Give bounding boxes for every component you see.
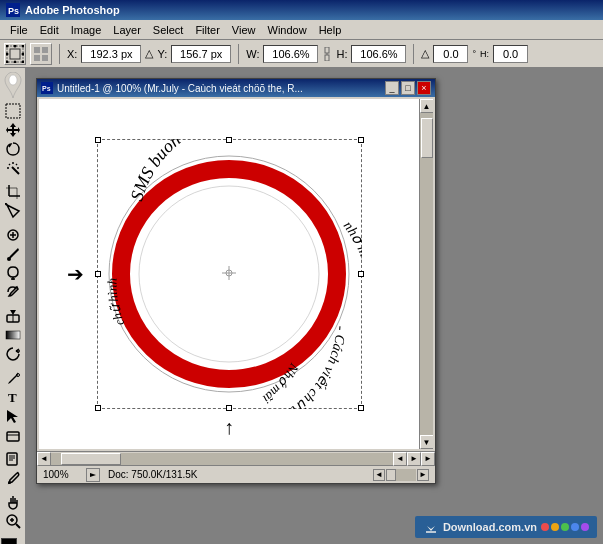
scroll-thumb-h[interactable] — [61, 453, 121, 465]
skew-input[interactable] — [493, 45, 528, 63]
dot-blue — [571, 523, 579, 531]
x-input[interactable] — [81, 45, 141, 63]
slice-tool[interactable] — [2, 202, 24, 220]
eyedropper-tool[interactable] — [2, 469, 24, 487]
svg-text:Ps: Ps — [8, 6, 19, 16]
clone-stamp-tool[interactable] — [2, 264, 24, 282]
gradient-tool[interactable] — [2, 326, 24, 344]
angle-input[interactable] — [433, 45, 468, 63]
color-dots — [541, 523, 589, 531]
canvas-wrapper: ➔ ↑ — [37, 99, 435, 483]
svg-point-10 — [14, 60, 17, 63]
w-input[interactable] — [263, 45, 318, 63]
dot-orange — [551, 523, 559, 531]
marquee-tool[interactable] — [2, 102, 24, 120]
svg-point-5 — [14, 45, 17, 48]
doc-window-controls: _ □ × — [385, 81, 431, 95]
menu-help[interactable]: Help — [313, 22, 348, 38]
spot-heal-tool[interactable] — [2, 226, 24, 244]
y-input[interactable] — [171, 45, 231, 63]
doc-minimize-btn[interactable]: _ — [385, 81, 399, 95]
scroll-right-prev-btn[interactable]: ◄ — [393, 452, 407, 466]
path-select-tool[interactable] — [2, 407, 24, 425]
nav-thumb[interactable] — [386, 469, 396, 481]
h-input[interactable] — [351, 45, 406, 63]
scroll-h-controls: ◄ ► ► — [393, 452, 435, 466]
workspace: Ps Untitled-1 @ 100% (Mr.July - Caùch vi… — [26, 68, 603, 544]
doc-close-btn[interactable]: × — [417, 81, 431, 95]
scroll-down-btn[interactable]: ▼ — [420, 435, 434, 449]
zoom-indicator-btn[interactable] — [86, 468, 100, 482]
svg-point-74 — [139, 186, 319, 362]
nav-track[interactable] — [386, 469, 416, 481]
svg-point-6 — [22, 45, 25, 48]
menu-view[interactable]: View — [226, 22, 262, 38]
svg-point-8 — [22, 52, 25, 55]
magic-wand-tool[interactable] — [2, 159, 24, 177]
foreground-color[interactable] — [1, 538, 17, 544]
menu-file[interactable]: File — [4, 22, 34, 38]
history-brush-tool[interactable] — [2, 283, 24, 301]
delta-icon: △ — [145, 47, 153, 60]
options-divider-1 — [59, 44, 60, 64]
h-letter: H: — [480, 49, 489, 59]
svg-rect-42 — [6, 331, 20, 339]
circular-text-svg: SMS buon vơi nhớ mãi Nhớ mãi — [97, 139, 362, 409]
lasso-tool[interactable] — [2, 140, 24, 158]
nav-left-btn[interactable]: ◄ — [373, 469, 385, 481]
menu-bar: File Edit Image Layer Select Filter View… — [0, 20, 603, 40]
blur-tool[interactable] — [2, 345, 24, 363]
type-tool[interactable]: T — [2, 388, 24, 406]
eraser-tool[interactable] — [2, 307, 24, 325]
svg-rect-49 — [7, 432, 19, 441]
svg-marker-81 — [427, 521, 435, 531]
svg-rect-15 — [42, 55, 48, 61]
hand-tool[interactable] — [2, 493, 24, 511]
scroll-thumb-v[interactable] — [421, 118, 433, 158]
bottom-arrow: ↑ — [224, 416, 234, 439]
scroll-up-btn[interactable]: ▲ — [420, 99, 434, 113]
zoom-tool[interactable] — [2, 512, 24, 530]
document-window: Ps Untitled-1 @ 100% (Mr.July - Caùch vi… — [36, 78, 436, 484]
menu-image[interactable]: Image — [65, 22, 108, 38]
scroll-track-h[interactable] — [51, 453, 393, 465]
canvas-content: ➔ ↑ — [39, 99, 419, 449]
menu-window[interactable]: Window — [262, 22, 313, 38]
vertical-scrollbar[interactable]: ▲ ▼ — [419, 99, 433, 449]
link-icon — [322, 47, 332, 61]
dot-red — [541, 523, 549, 531]
main-area: T — [0, 68, 603, 544]
doc-title-area: Ps Untitled-1 @ 100% (Mr.July - Caùch vi… — [41, 82, 303, 94]
menu-filter[interactable]: Filter — [189, 22, 225, 38]
color-swatches[interactable] — [1, 538, 25, 544]
svg-point-11 — [22, 60, 25, 63]
move-tool[interactable] — [2, 121, 24, 139]
notes-tool[interactable] — [2, 450, 24, 468]
scroll-left-btn[interactable]: ◄ — [37, 452, 51, 466]
svg-rect-12 — [34, 47, 40, 53]
menu-select[interactable]: Select — [147, 22, 190, 38]
scroll-right-btn[interactable]: ► — [421, 452, 435, 466]
transform-mode-icon[interactable] — [30, 43, 52, 65]
brush-tool[interactable] — [2, 245, 24, 263]
crop-tool[interactable] — [2, 183, 24, 201]
svg-point-36 — [7, 257, 11, 261]
app-title-bar: Ps Adobe Photoshop — [0, 0, 603, 20]
svg-point-73 — [121, 169, 337, 379]
scroll-right-next-btn[interactable]: ► — [407, 452, 421, 466]
doc-maximize-btn[interactable]: □ — [401, 81, 415, 95]
menu-layer[interactable]: Layer — [107, 22, 147, 38]
app-icon: Ps — [6, 3, 20, 17]
svg-rect-16 — [325, 47, 329, 53]
nav-right-btn[interactable]: ► — [417, 469, 429, 481]
svg-rect-13 — [42, 47, 48, 53]
doc-status-bar: 100% Doc: 750.0K/131.5K ◄ ► — [37, 465, 435, 483]
scroll-track-v[interactable] — [420, 113, 434, 435]
menu-edit[interactable]: Edit — [34, 22, 65, 38]
y-label: Y: — [157, 48, 167, 60]
h-label: H: — [336, 48, 347, 60]
doc-title-bar: Ps Untitled-1 @ 100% (Mr.July - Caùch vi… — [37, 79, 435, 97]
shape-tool[interactable] — [2, 426, 24, 444]
pen-tool[interactable] — [2, 369, 24, 387]
canvas-area: ➔ ↑ — [39, 99, 433, 449]
